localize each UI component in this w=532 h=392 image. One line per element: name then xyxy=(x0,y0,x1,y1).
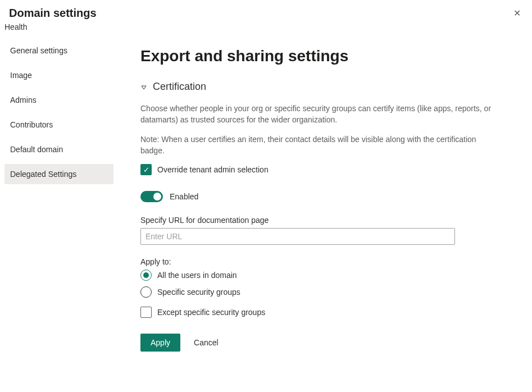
page-heading: Export and sharing settings xyxy=(140,47,498,65)
radio-label-all-users: All the users in domain xyxy=(157,271,237,280)
radio-button-specific-groups xyxy=(140,286,152,298)
enabled-label: Enabled xyxy=(170,192,198,201)
radio-button-all-users xyxy=(140,270,152,281)
radio-label-specific-groups: Specific security groups xyxy=(157,288,240,297)
sidebar-item-image[interactable]: Image xyxy=(4,65,113,85)
url-input[interactable] xyxy=(140,228,455,245)
main-content: Export and sharing settings Certificatio… xyxy=(118,36,532,363)
enabled-toggle[interactable] xyxy=(140,191,163,202)
url-field-label: Specify URL for documentation page xyxy=(140,216,498,225)
close-button[interactable]: ✕ xyxy=(511,7,523,20)
except-label: Except specific security groups xyxy=(157,308,265,317)
apply-button[interactable]: Apply xyxy=(140,334,180,352)
checkmark-icon: ✓ xyxy=(143,166,149,174)
radio-dot-icon xyxy=(143,272,149,278)
override-checkbox[interactable]: ✓ xyxy=(140,164,152,175)
apply-to-label: Apply to: xyxy=(140,257,498,266)
radio-all-users[interactable]: All the users in domain xyxy=(140,270,498,281)
chevron-down-icon xyxy=(140,84,147,90)
override-label: Override tenant admin selection xyxy=(157,165,269,174)
sidebar-item-delegated-settings[interactable]: Delegated Settings xyxy=(4,164,113,184)
except-checkbox[interactable] xyxy=(140,307,152,318)
sidebar-item-general-settings[interactable]: General settings xyxy=(4,40,113,61)
panel-title: Domain settings xyxy=(9,7,97,20)
section-description-1: Choose whether people in your org or spe… xyxy=(140,103,498,126)
sidebar-item-contributors[interactable]: Contributors xyxy=(4,115,113,135)
sidebar-item-admins[interactable]: Admins xyxy=(4,90,113,110)
radio-specific-groups[interactable]: Specific security groups xyxy=(140,286,498,298)
breadcrumb: Health xyxy=(0,22,532,36)
section-description-2: Note: When a user certifies an item, the… xyxy=(140,134,498,157)
close-icon: ✕ xyxy=(513,8,521,18)
toggle-knob xyxy=(153,193,161,200)
sidebar-item-default-domain[interactable]: Default domain xyxy=(4,139,113,159)
sidebar: General settings Image Admins Contributo… xyxy=(0,36,118,363)
section-title: Certification xyxy=(153,81,206,93)
cancel-button[interactable]: Cancel xyxy=(194,338,219,347)
section-header-certification[interactable]: Certification xyxy=(140,81,498,93)
